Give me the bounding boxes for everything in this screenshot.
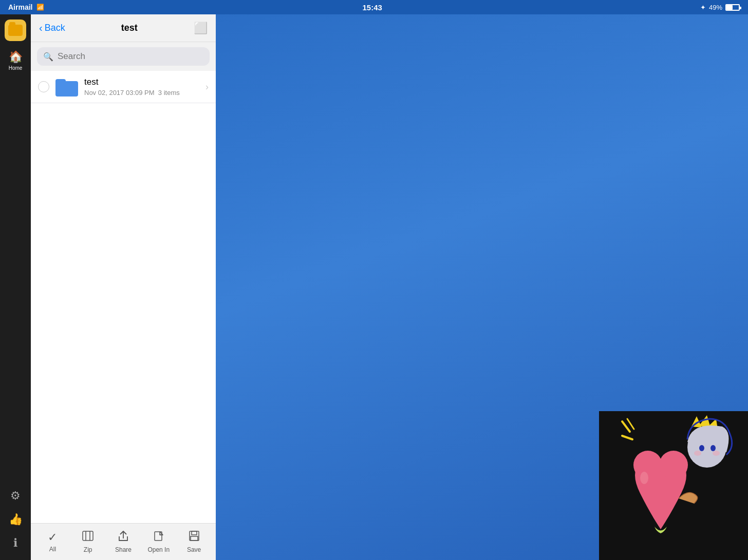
all-icon: ✓ xyxy=(48,531,57,544)
status-right: ✦ 49% xyxy=(700,4,740,11)
openin-icon xyxy=(153,530,165,545)
svg-rect-5 xyxy=(192,531,197,535)
svg-point-9 xyxy=(659,451,688,479)
file-chevron-icon: › xyxy=(205,82,209,92)
svg-rect-0 xyxy=(83,531,93,540)
file-list: test Nov 02, 2017 03:09 PM 3 items › xyxy=(31,71,216,523)
file-meta: Nov 02, 2017 03:09 PM 3 items xyxy=(84,89,205,96)
share-icon xyxy=(117,530,129,545)
toolbar-share-button[interactable]: Share xyxy=(109,530,137,553)
svg-point-10 xyxy=(640,472,648,484)
nav-bar: ‹ Back test ⬜ xyxy=(31,14,216,42)
list-item[interactable]: test Nov 02, 2017 03:09 PM 3 items › xyxy=(31,71,216,103)
status-bar: Airmail 📶 15:43 ✦ 49% xyxy=(0,0,748,14)
search-input[interactable] xyxy=(58,51,203,62)
cartoon-background xyxy=(599,411,748,560)
toolbar: ✓ All Zip Share xyxy=(31,523,216,560)
search-wrapper: 🔍 xyxy=(37,47,210,66)
file-select-radio[interactable] xyxy=(38,81,49,92)
status-time: 15:43 xyxy=(363,3,382,12)
save-icon xyxy=(188,530,200,545)
settings-icon[interactable]: ⚙ xyxy=(10,489,21,503)
zip-label: Zip xyxy=(84,546,92,553)
toolbar-save-button[interactable]: Save xyxy=(180,530,208,553)
toolbar-zip-button[interactable]: Zip xyxy=(74,530,102,553)
app-logo[interactable] xyxy=(5,20,26,41)
sidebar-item-home[interactable]: 🏠 Home xyxy=(9,50,23,71)
search-icon: 🔍 xyxy=(43,52,53,62)
svg-point-17 xyxy=(694,451,701,456)
save-label: Save xyxy=(187,546,201,553)
status-left: Airmail 📶 xyxy=(8,3,44,11)
svg-point-16 xyxy=(710,445,716,451)
compose-icon[interactable]: ⬜ xyxy=(194,22,208,35)
all-label: All xyxy=(49,546,56,553)
bluetooth-icon: ✦ xyxy=(700,4,706,11)
file-name: test xyxy=(84,77,205,87)
back-label: Back xyxy=(45,23,65,33)
file-panel: ‹ Back test ⬜ 🔍 test Nov 02, 2017 03:09 … xyxy=(31,14,216,560)
svg-point-15 xyxy=(699,445,704,451)
file-info: test Nov 02, 2017 03:09 PM 3 items xyxy=(84,77,205,96)
battery-percent: 49% xyxy=(709,4,722,11)
app-name: Airmail xyxy=(8,3,32,11)
battery-icon xyxy=(725,4,740,11)
search-container: 🔍 xyxy=(31,42,216,71)
toolbar-all-button[interactable]: ✓ All xyxy=(39,531,67,553)
back-chevron-icon: ‹ xyxy=(39,22,43,34)
like-icon[interactable]: 👍 xyxy=(9,513,23,526)
svg-rect-6 xyxy=(191,536,198,540)
home-icon: 🏠 xyxy=(9,50,23,64)
openin-label: Open In xyxy=(147,546,170,553)
zip-icon xyxy=(82,530,94,545)
folder-icon xyxy=(55,77,78,96)
cartoon-overlay xyxy=(599,411,748,560)
nav-title: test xyxy=(121,23,138,33)
toolbar-openin-button[interactable]: Open In xyxy=(144,530,173,553)
back-button[interactable]: ‹ Back xyxy=(39,22,65,34)
share-label: Share xyxy=(115,546,132,553)
info-icon[interactable]: ℹ xyxy=(13,536,17,550)
svg-point-18 xyxy=(713,451,720,456)
home-label: Home xyxy=(9,65,23,71)
sidebar: 🏠 Home ⚙ 👍 ℹ xyxy=(0,14,31,560)
wifi-icon: 📶 xyxy=(36,4,44,11)
